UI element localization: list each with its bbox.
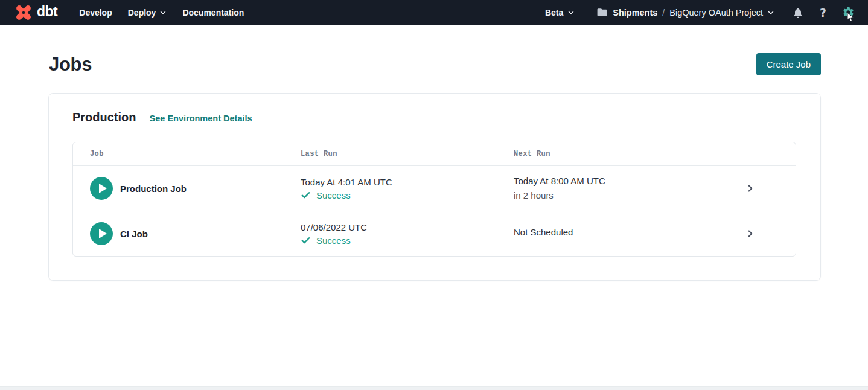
breadcrumb-group-label: Shipments: [613, 8, 657, 18]
breadcrumb-separator: /: [662, 8, 665, 18]
page-title: Jobs: [49, 54, 92, 75]
mouse-cursor: [847, 12, 856, 25]
top-navigation: dbt Develop Deploy Documentation Beta: [0, 0, 868, 25]
table-row-production-job[interactable]: Production Job Today At 4:01 AM UTC Succ…: [73, 165, 796, 211]
primary-nav: Develop Deploy Documentation: [79, 8, 244, 18]
next-run-date: Today At 8:00 AM UTC: [514, 175, 705, 187]
breadcrumb-project-dropdown[interactable]: BigQuery OAuth Project: [669, 8, 774, 18]
breadcrumb-project-group[interactable]: Shipments: [596, 7, 657, 18]
run-job-play-button[interactable]: [90, 177, 113, 200]
beta-dropdown[interactable]: Beta: [545, 8, 575, 18]
column-header-job: Job: [90, 150, 301, 158]
see-environment-details-link[interactable]: See Environment Details: [150, 113, 252, 123]
environment-card: Production See Environment Details Job L…: [48, 93, 821, 281]
beta-label: Beta: [545, 8, 563, 18]
nav-icon-group: ?: [791, 6, 855, 19]
success-check-icon: [301, 235, 311, 246]
folder-icon: [596, 7, 608, 18]
last-run-status: Success: [301, 190, 514, 200]
help-icon[interactable]: ?: [817, 6, 829, 19]
horizontal-scrollbar-track[interactable]: [0, 386, 868, 390]
job-cell: Production Job: [90, 177, 301, 200]
last-run-date: Today At 4:01 AM UTC: [301, 176, 514, 188]
success-check-icon: [301, 190, 311, 200]
chevron-down-icon: [567, 9, 575, 16]
chevron-right-icon[interactable]: [745, 183, 756, 194]
next-run-cell: Today At 8:00 AM UTC in 2 hours: [514, 175, 705, 202]
last-run-status: Success: [301, 235, 514, 246]
table-row-ci-job[interactable]: CI Job 07/06/2022 UTC Success Not Schedu…: [73, 211, 796, 256]
column-header-next-run: Next Run: [514, 150, 705, 158]
environment-header: Production See Environment Details: [72, 110, 796, 124]
status-label: Success: [316, 190, 351, 200]
nav-item-documentation[interactable]: Documentation: [182, 8, 244, 18]
breadcrumb: Shipments / BigQuery OAuth Project: [596, 7, 774, 18]
play-icon: [99, 229, 107, 238]
last-run-cell: Today At 4:01 AM UTC Success: [301, 176, 514, 200]
jobs-table: Job Last Run Next Run Production Job Tod…: [72, 142, 796, 257]
chevron-right-icon[interactable]: [745, 228, 756, 239]
status-label: Success: [316, 235, 351, 246]
job-cell: CI Job: [90, 222, 301, 245]
row-chevron-cell: [705, 183, 796, 194]
chevron-down-icon: [767, 9, 774, 16]
last-run-cell: 07/06/2022 UTC Success: [301, 222, 514, 246]
page-header: Jobs Create Job: [0, 53, 868, 75]
brand-name: dbt: [37, 5, 57, 21]
nav-item-deploy[interactable]: Deploy: [128, 8, 167, 18]
dbt-logo-icon: [14, 4, 33, 22]
environment-name: Production: [72, 110, 136, 124]
notifications-bell-icon[interactable]: [791, 6, 804, 19]
nav-item-label: Documentation: [182, 8, 244, 18]
nav-item-label: Deploy: [128, 8, 156, 18]
job-name: Production Job: [120, 184, 187, 194]
nav-right-section: Beta Shipments / BigQuery OAuth Project: [545, 6, 855, 19]
nav-item-develop[interactable]: Develop: [79, 8, 112, 18]
last-run-date: 07/06/2022 UTC: [301, 222, 514, 234]
job-name: CI Job: [120, 229, 148, 239]
dbt-logo[interactable]: dbt: [14, 4, 57, 22]
next-run-cell: Not Scheduled: [514, 226, 705, 240]
breadcrumb-project-label: BigQuery OAuth Project: [669, 8, 763, 18]
nav-item-label: Develop: [79, 8, 112, 18]
row-chevron-cell: [705, 228, 796, 239]
next-run-date: Not Scheduled: [514, 226, 705, 238]
settings-gear-icon[interactable]: [842, 6, 855, 19]
next-run-relative: in 2 hours: [514, 190, 705, 202]
table-header-row: Job Last Run Next Run: [73, 142, 796, 165]
chevron-down-icon: [159, 9, 167, 16]
run-job-play-button[interactable]: [90, 222, 113, 245]
column-header-last-run: Last Run: [301, 150, 514, 158]
play-icon: [99, 184, 107, 193]
create-job-button[interactable]: Create Job: [756, 53, 821, 75]
